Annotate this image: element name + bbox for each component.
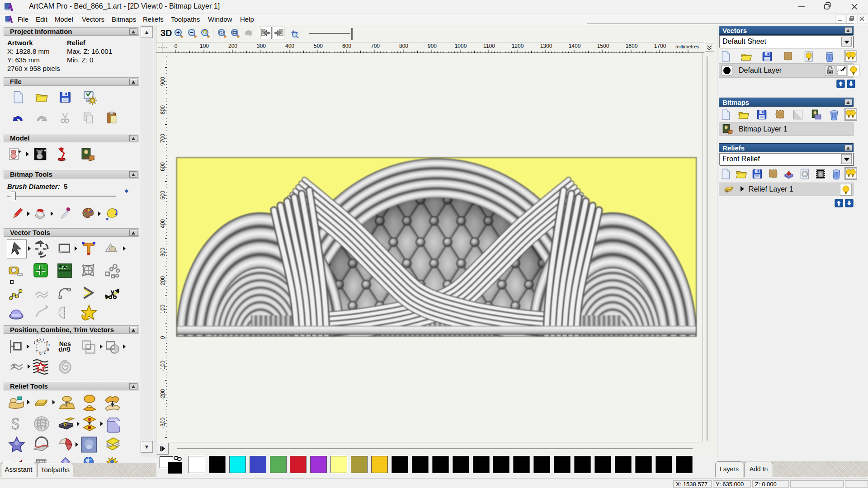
- svg-text:x: x: [39, 338, 42, 342]
- svg-text:n: n: [47, 343, 50, 347]
- svg-text:t: t: [43, 338, 44, 342]
- svg-text:b: b: [64, 421, 67, 427]
- svg-text:S: S: [11, 415, 19, 432]
- svg-text:c: c: [44, 350, 46, 355]
- svg-text:t: t: [34, 340, 35, 345]
- svg-text:r: r: [36, 349, 37, 353]
- svg-text:a: a: [47, 347, 49, 352]
- svg-text:e: e: [36, 338, 38, 343]
- svg-text:u: u: [39, 351, 42, 356]
